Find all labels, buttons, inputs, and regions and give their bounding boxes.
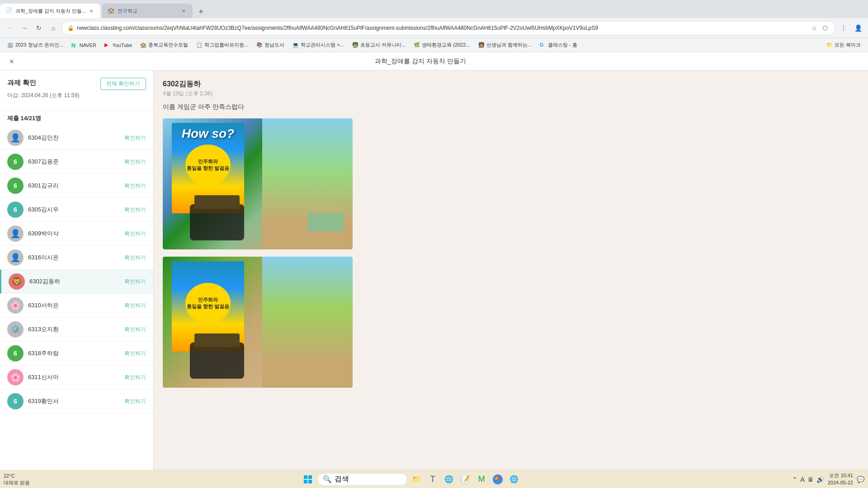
profile-button[interactable]: 👤: [852, 22, 864, 34]
bookmark-label-teacher-community: 초등교사 커뮤니티...: [360, 42, 406, 48]
taskbar-chrome[interactable]: [491, 472, 505, 487]
student-avatar: 6: [7, 202, 24, 218]
subtitle-line2b: 통일을 향한 발걸음: [187, 303, 229, 310]
all-bookmarks-label: 모든 북마크: [835, 42, 861, 48]
windows-icon: [303, 475, 312, 484]
tab-favicon-active: 📄: [5, 7, 13, 14]
student-avatar: 6: [7, 178, 24, 194]
student-item[interactable]: 6 6319황민서 확인하기: [0, 389, 153, 413]
taskbar-app1[interactable]: M: [474, 472, 489, 487]
extensions-button[interactable]: ⋮: [837, 22, 850, 34]
bookmark-eco[interactable]: 🌿 생태환경교육 (2022...: [410, 39, 473, 51]
taskbar-edge[interactable]: 🌐: [442, 472, 456, 487]
confirm-button[interactable]: 확인하기: [124, 254, 146, 262]
bookmark-youtube[interactable]: ▶ YouTube: [101, 39, 136, 51]
confirm-button[interactable]: 확인하기: [124, 278, 146, 286]
student-name: 6316이시온: [28, 253, 124, 262]
bookmark-icon-school-mgmt: 💻: [292, 42, 299, 48]
extension-icon[interactable]: ⬡: [821, 23, 830, 33]
tab-close-inactive[interactable]: ✕: [180, 7, 187, 14]
taskbar-teams[interactable]: T: [425, 472, 440, 487]
new-tab-button[interactable]: +: [194, 5, 207, 18]
student-item[interactable]: 🌸 6310서하은 확인하기: [0, 294, 153, 318]
weather-info: 22°C 대체로 맑음: [4, 473, 30, 486]
bookmark-teacher[interactable]: 👩‍🏫 선생님과 함께하는...: [475, 39, 535, 51]
student-item[interactable]: 👤 6316이시온 확인하기: [0, 246, 153, 270]
reload-button[interactable]: ↻: [33, 22, 45, 34]
bookmark-icon-library: 📚: [256, 42, 263, 48]
address-bar[interactable]: 🔒 newclass.classting.com/classrooms/2eqV…: [61, 21, 835, 35]
confirm-button[interactable]: 확인하기: [124, 158, 146, 166]
bookmark-library[interactable]: 📚 청남도서: [253, 39, 288, 51]
back-button[interactable]: ←: [4, 22, 16, 34]
check-all-button[interactable]: 전체 확인하기: [100, 78, 146, 90]
confirm-button[interactable]: 확인하기: [124, 182, 146, 190]
student-item[interactable]: 6 6307김용준 확인하기: [0, 150, 153, 174]
volume-icon[interactable]: 🔊: [816, 476, 824, 483]
page-header: ✕ 과학_장애를 감지 자동차 만들기: [0, 52, 868, 70]
time-display: 오전 10:41 2024-05-22: [828, 472, 853, 486]
student-name: 6318주하람: [28, 349, 124, 357]
display-icon: 🖥: [807, 476, 814, 483]
student-item[interactable]: 6 6318주하람 확인하기: [0, 342, 153, 366]
tab-active[interactable]: 📄 과학_장애를 감지 자동차 만들... ✕: [0, 4, 100, 18]
student-avatar: 6: [7, 393, 24, 409]
confirm-button[interactable]: 확인하기: [124, 374, 146, 381]
bookmark-school-mgmt[interactable]: 💻 학교관리시스템 >...: [289, 39, 348, 51]
close-page-button[interactable]: ✕: [7, 57, 16, 66]
student-avatar: 👤: [7, 225, 24, 242]
bookmark-naver[interactable]: N NAVER: [68, 39, 100, 51]
submitter-name: 6302김동하: [163, 80, 859, 89]
student-item[interactable]: ⚙️ 6313오지환 확인하기: [0, 318, 153, 342]
confirm-button[interactable]: 확인하기: [124, 134, 146, 142]
tab-inactive[interactable]: 🏫 연구학교 ✕: [102, 4, 193, 18]
confirm-button[interactable]: 확인하기: [124, 350, 146, 357]
student-item[interactable]: 🌸 6311신서아 확인하기: [0, 366, 153, 389]
bookmark-classting[interactable]: G 클래스팅 - 홈: [536, 39, 581, 51]
taskbar-search[interactable]: 🔍 검색: [317, 473, 407, 486]
student-name: 6311신서아: [28, 373, 124, 381]
submission-text: 이름 게임군 아주 만족스럽다: [163, 103, 859, 111]
bookmark-icon-classting: G: [540, 42, 546, 48]
bookmark-label-teacher: 선생님과 함께하는...: [486, 42, 532, 48]
clock-date: 2024-05-22: [828, 479, 853, 486]
confirm-button[interactable]: 확인하기: [124, 398, 146, 405]
bookmark-label-hakgyo: 학그업롭바르지원...: [204, 42, 248, 48]
confirm-button[interactable]: 확인하기: [124, 302, 146, 310]
confirm-button[interactable]: 확인하기: [124, 230, 146, 238]
confirm-button[interactable]: 확인하기: [124, 326, 146, 333]
bookmark-star-icon[interactable]: ☆: [810, 23, 819, 33]
assignment-title: 과제 확인: [7, 79, 36, 87]
tab-close-active[interactable]: ✕: [88, 7, 95, 14]
student-avatar: 👤: [7, 130, 24, 146]
weather-temp: 22°C: [4, 473, 30, 479]
student-item[interactable]: 👤 6304김민찬 확인하기: [0, 126, 153, 150]
home-button[interactable]: ⌂: [47, 22, 60, 34]
bookmark-teacher-community[interactable]: 👨‍🏫 초등교사 커뮤니티...: [349, 39, 409, 51]
student-item-active[interactable]: 🦁 6302김동하 확인하기: [0, 270, 153, 294]
clock-time: 오전 10:41: [828, 472, 853, 479]
bookmarks-bar: 🏢 2023 청남즈 온라인... N NAVER ▶ YouTube 🏫 충북…: [0, 38, 868, 52]
confirm-button[interactable]: 확인하기: [124, 206, 146, 214]
all-bookmarks-button[interactable]: 📁 모든 북마크: [823, 39, 864, 51]
submission-header: 6302김동하 4월 19일 (오후 2:36): [163, 80, 859, 98]
bookmark-hakgyo[interactable]: 📋 학그업롭바르지원...: [193, 39, 252, 51]
chevron-up-icon[interactable]: ⌃: [792, 476, 797, 483]
taskbar-notepad[interactable]: 📝: [458, 472, 472, 487]
bookmark-chungbuk[interactable]: 🏫 충북교육연수포털: [137, 39, 192, 51]
start-button[interactable]: [301, 472, 315, 487]
forward-button[interactable]: →: [18, 22, 31, 34]
taskbar-file-explorer[interactable]: 📁: [409, 472, 424, 487]
student-item[interactable]: 6 6305김시우 확인하기: [0, 198, 153, 222]
page-header-left: ✕: [7, 57, 16, 66]
submit-date: 4월 19일 (오후 2:36): [163, 90, 859, 98]
bookmark-label-naver: NAVER: [80, 42, 96, 48]
notification-button[interactable]: 💬: [857, 476, 864, 483]
student-avatar: ⚙️: [7, 321, 24, 338]
bookmark-2023[interactable]: 🏢 2023 청남즈 온라인...: [4, 39, 67, 51]
taskbar-center: 🔍 검색 📁 T 🌐 📝 M 🌐: [30, 472, 792, 487]
student-item[interactable]: 👤 6309박이삭 확인하기: [0, 222, 153, 246]
student-name: 6309박이삭: [28, 230, 124, 238]
taskbar-app2[interactable]: 🌐: [507, 472, 521, 487]
student-item[interactable]: 6 6301김규리 확인하기: [0, 174, 153, 198]
